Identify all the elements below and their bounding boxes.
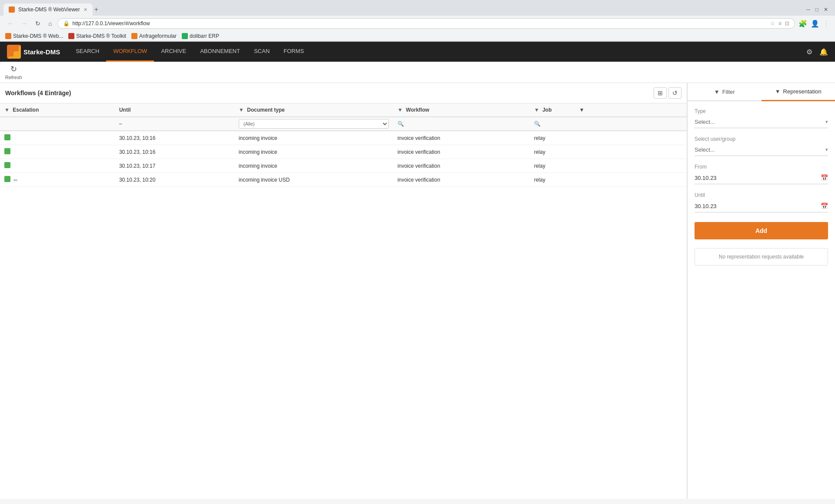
add-button[interactable]: Add: [695, 222, 828, 239]
profile-icon[interactable]: 👤: [811, 20, 819, 28]
row2-document-type: incoming invoice: [234, 145, 393, 159]
bookmark-starke-dms-web[interactable]: Starke-DMS ® Web...: [5, 33, 63, 39]
tab-representation[interactable]: ▼ Representation: [762, 83, 835, 101]
filter-cell-job: 🔍: [530, 117, 687, 131]
menu-icon[interactable]: ⋮: [823, 20, 830, 28]
from-calendar-icon[interactable]: 📅: [821, 174, 828, 181]
until-value: 30.10.23: [695, 203, 717, 209]
from-value: 30.10.23: [695, 175, 717, 181]
row4-escalation: ✏: [0, 173, 115, 187]
filter-tab-icon: ▼: [714, 89, 720, 95]
nav-item-abonnement[interactable]: ABONNEMENT: [193, 42, 247, 62]
browser-tab[interactable]: Starke-DMS ® WebViewer ✕: [3, 3, 93, 16]
reader-mode-icon[interactable]: ≡: [778, 20, 782, 27]
table-row[interactable]: 30.10.23, 10:17 incoming invoice invoice…: [0, 159, 687, 173]
until-input[interactable]: 30.10.23 📅: [695, 200, 828, 212]
user-group-chevron-icon: ▾: [825, 147, 828, 153]
browser-chrome: Starke-DMS ® WebViewer ✕ + ─ □ ✕ ← → ↻ ⌂…: [0, 0, 835, 42]
new-tab-button[interactable]: +: [94, 6, 98, 13]
filter-cell-until: –: [115, 117, 234, 131]
row1-document-type: incoming invoice: [234, 131, 393, 145]
split-view-icon[interactable]: ⊡: [785, 20, 789, 27]
close-button[interactable]: ✕: [824, 7, 828, 13]
extensions-icon[interactable]: 🧩: [798, 20, 807, 28]
bookmark-anfrageformular[interactable]: Anfrageformular: [131, 33, 177, 39]
col-label-workflow: Workflow: [406, 107, 429, 113]
nav-label-workflow: WORKFLOW: [113, 48, 147, 54]
table-row[interactable]: 30.10.23, 10:16 incoming invoice invoice…: [0, 131, 687, 145]
tab-filter[interactable]: ▼ Filter: [688, 83, 762, 100]
logo[interactable]: Starke-DMS: [7, 45, 60, 59]
user-group-select[interactable]: Select... ▾: [695, 144, 828, 156]
from-form-group: From 30.10.23 📅: [695, 164, 828, 184]
row2-until: 30.10.23, 10:16: [115, 145, 234, 159]
logo-icon: [7, 45, 21, 59]
row3-workflow: invoice verification: [393, 159, 530, 173]
representation-tab-icon: ▼: [775, 88, 781, 95]
nav-label-scan: SCAN: [254, 48, 270, 54]
workflow-search-icon[interactable]: 🔍: [397, 121, 404, 127]
nav-label-search: SEARCH: [76, 48, 99, 54]
edit-icon[interactable]: ✏: [13, 177, 18, 183]
forward-button[interactable]: →: [19, 19, 30, 28]
restore-button[interactable]: □: [815, 7, 818, 13]
type-form-group: Type Select... ▾: [695, 108, 828, 128]
minimize-button[interactable]: ─: [806, 7, 810, 13]
nav-item-search[interactable]: SEARCH: [69, 42, 106, 62]
from-input[interactable]: 30.10.23 📅: [695, 172, 828, 184]
col-header-job: ▼ Job ▼: [530, 103, 687, 117]
bookmark-toolkit[interactable]: Starke-DMS ® Toolkit: [68, 33, 126, 39]
window-controls: ─ □ ✕: [806, 7, 832, 13]
nav-item-archive[interactable]: ARCHIVE: [154, 42, 193, 62]
until-form-group: Until 30.10.23 📅: [695, 192, 828, 212]
filter-icon-escalation: ▼: [4, 107, 10, 113]
refresh-button[interactable]: ↻ Refresh: [5, 64, 22, 80]
nav-label-abonnement: ABONNEMENT: [200, 48, 240, 54]
nav-item-scan[interactable]: SCAN: [247, 42, 277, 62]
status-indicator-green: [4, 134, 10, 140]
col-label-document-type: Document type: [247, 107, 285, 113]
table-row[interactable]: ✏ 30.10.23, 10:20 incoming invoice USD i…: [0, 173, 687, 187]
document-type-filter-select[interactable]: (Alle): [239, 119, 389, 129]
notification-icon[interactable]: 🔔: [819, 48, 828, 56]
bookmark-favicon-4: [182, 33, 188, 39]
row4-job: relay: [530, 173, 687, 187]
url-bar[interactable]: 🔒 http://127.0.0.1/viewer/#/workflow ☆ ≡…: [57, 18, 795, 29]
home-button[interactable]: ⌂: [46, 19, 54, 28]
row2-workflow: invoice verification: [393, 145, 530, 159]
row3-document-type: incoming invoice: [234, 159, 393, 173]
toolbar: ↻ Refresh: [0, 62, 835, 83]
job-search-icon[interactable]: 🔍: [534, 121, 541, 127]
status-indicator-green: [4, 148, 10, 154]
reload-button[interactable]: ↻: [33, 19, 43, 28]
nav-item-workflow[interactable]: WORKFLOW: [106, 42, 154, 62]
bookmarks-bar: Starke-DMS ® Web... Starke-DMS ® Toolkit…: [0, 31, 835, 41]
from-label: From: [695, 164, 828, 170]
bookmark-dolibarr[interactable]: dolibarr ERP: [182, 33, 219, 39]
bookmark-star-icon[interactable]: ☆: [770, 20, 775, 27]
filter-icon-document-type: ▼: [239, 107, 244, 113]
type-select[interactable]: Select... ▾: [695, 116, 828, 128]
table-row[interactable]: 30.10.23, 10:16 incoming invoice invoice…: [0, 145, 687, 159]
table-body: 30.10.23, 10:16 incoming invoice invoice…: [0, 131, 687, 187]
type-label: Type: [695, 108, 828, 114]
nav-right: ⚙ 🔔: [806, 48, 828, 56]
status-indicator-green: [4, 176, 10, 182]
tab-close-button[interactable]: ✕: [84, 7, 87, 13]
reset-button[interactable]: ↺: [668, 87, 681, 99]
row3-until: 30.10.23, 10:17: [115, 159, 234, 173]
filter-row: – (Alle) 🔍 🔍: [0, 117, 687, 131]
until-calendar-icon[interactable]: 📅: [821, 202, 828, 209]
svg-rect-1: [14, 47, 19, 51]
col-label-job: Job: [542, 107, 551, 113]
row1-job: relay: [530, 131, 687, 145]
status-indicator-green: [4, 162, 10, 168]
settings-icon[interactable]: ⚙: [806, 48, 812, 56]
nav-item-forms[interactable]: FORMS: [277, 42, 311, 62]
grid-view-button[interactable]: ⊞: [654, 87, 667, 99]
col-label-escalation: Escalation: [13, 107, 39, 113]
bookmark-label-4: dolibarr ERP: [190, 33, 219, 39]
back-button[interactable]: ←: [5, 19, 16, 28]
url-text: http://127.0.0.1/viewer/#/workflow: [72, 20, 150, 27]
tab-favicon: [9, 7, 15, 13]
